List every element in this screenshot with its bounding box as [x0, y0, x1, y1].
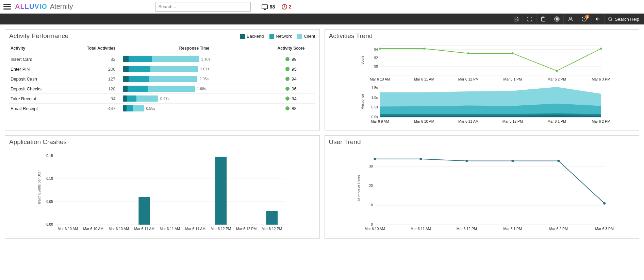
svg-text:0.10: 0.10 [46, 177, 53, 180]
table-header: Response Time [122, 44, 267, 54]
svg-text:0.15: 0.15 [46, 154, 53, 158]
svg-text:30: 30 [369, 164, 373, 168]
response-time-cell: 2.10s [122, 54, 267, 64]
help-badge: 1 [585, 15, 589, 19]
svg-text:Mar 6 12 PM: Mar 6 12 PM [458, 77, 478, 81]
svg-point-2 [569, 17, 571, 19]
gear-icon[interactable] [550, 14, 563, 24]
response-time-cell: 0.58s [122, 104, 267, 113]
svg-point-16 [423, 48, 425, 50]
svg-text:Mar 6 1 PM: Mar 6 1 PM [547, 119, 566, 123]
score-cell: 94 [267, 94, 315, 104]
brand-alluvio: ALLUVIO [15, 3, 47, 11]
svg-text:20: 20 [369, 184, 373, 188]
megaphone-icon[interactable] [591, 14, 604, 24]
table-row[interactable]: Deposit Cash1272.05s94 [9, 74, 315, 84]
user-icon[interactable] [563, 14, 577, 24]
svg-text:Mar 6 11 AM: Mar 6 11 AM [160, 227, 180, 231]
svg-point-15 [379, 48, 381, 50]
chart-users-line: Number of Users0102030Mar 6 10 AMMar 6 1… [329, 148, 635, 233]
dashboard-grid: Activity Performance Backend Network Cli… [0, 24, 644, 243]
response-time-cell: 2.05s [122, 74, 267, 84]
svg-rect-54 [266, 211, 278, 225]
svg-text:Mar 6 3 PM: Mar 6 3 PM [592, 77, 610, 81]
search-help-label: Search Help [615, 17, 639, 22]
hamburger-icon[interactable] [3, 3, 11, 11]
alert-indicator[interactable]: ! 2 [282, 4, 291, 10]
count-cell: 208 [64, 64, 122, 74]
count-cell: 128 [64, 84, 122, 94]
activity-cell: Enter PIN [9, 64, 64, 74]
table-row[interactable]: Insert Card822.10s99 [9, 54, 315, 64]
svg-point-77 [557, 160, 560, 162]
help-icon[interactable]: 1 [577, 14, 591, 24]
legend-item: Backend [240, 34, 264, 39]
legend-item: Network [269, 34, 292, 39]
chart-score-line: Score909294Mar 6 10 AMMar 6 11 AMMar 6 1… [329, 42, 635, 83]
svg-text:92: 92 [374, 56, 378, 60]
score-cell: 96 [267, 84, 315, 94]
table-row[interactable]: Deposit Checks1281.98s96 [9, 84, 315, 94]
brand: ALLUVIO Aternity [15, 3, 73, 11]
panel-user-trend: User Trend Number of Users0102030Mar 6 1… [325, 135, 640, 239]
count-cell: 447 [64, 104, 122, 113]
count-cell: 94 [64, 94, 122, 104]
svg-text:0.05: 0.05 [46, 200, 53, 204]
search-icon [608, 17, 613, 21]
svg-rect-52 [138, 197, 150, 225]
table-row[interactable]: Enter PIN2082.07s95 [9, 64, 315, 74]
panel-title: User Trend [329, 138, 635, 146]
svg-point-17 [467, 52, 469, 54]
svg-text:Mar 6 10 AM: Mar 6 10 AM [364, 227, 385, 231]
activity-cell: Email Receipt [9, 104, 64, 113]
svg-point-19 [556, 70, 558, 72]
panel-activities-trend: Activities Trend Score909294Mar 6 10 AMM… [325, 29, 640, 130]
count-cell: 82 [64, 54, 122, 64]
chart-crashes-bar: Health Events per User0.000.050.100.15Ma… [9, 148, 315, 233]
svg-text:1.0s: 1.0s [371, 96, 378, 100]
svg-text:Mar 6 11 AM: Mar 6 11 AM [134, 227, 154, 231]
legend: Backend Network Client [240, 34, 315, 39]
score-cell: 99 [267, 54, 315, 64]
fullscreen-icon[interactable] [523, 14, 536, 24]
svg-point-5 [609, 17, 612, 20]
svg-text:Mar 6 3 PM: Mar 6 3 PM [595, 227, 613, 231]
svg-point-73 [374, 158, 376, 160]
table-header: Activity [9, 44, 64, 54]
svg-text:Mar 6 2 PM: Mar 6 2 PM [592, 119, 610, 123]
status-indicators: 68 ! 2 [262, 4, 291, 10]
svg-text:Mar 6 2 PM: Mar 6 2 PM [549, 227, 567, 231]
svg-text:0.0s: 0.0s [371, 115, 378, 119]
activity-cell: Deposit Cash [9, 74, 64, 84]
response-time-cell: 0.97s [122, 94, 267, 104]
svg-text:Mar 6 11 AM: Mar 6 11 AM [414, 77, 434, 81]
score-cell: 88 [267, 104, 315, 113]
table-row[interactable]: Take Receipt940.97s94 [9, 94, 315, 104]
chart-response-area: Response0.0s0.5s1.0s1.5sMar 6 9 AMMar 6 … [329, 84, 635, 125]
svg-text:Number of Users: Number of Users [357, 175, 361, 201]
table-header: Activity Score [267, 44, 315, 54]
activity-cell: Deposit Checks [9, 84, 64, 94]
svg-text:0.5s: 0.5s [371, 105, 378, 109]
svg-text:Mar 6 2 PM: Mar 6 2 PM [547, 77, 566, 81]
save-icon[interactable] [509, 14, 523, 24]
svg-rect-53 [215, 157, 227, 225]
svg-text:Mar 6 12 PM: Mar 6 12 PM [236, 227, 257, 231]
svg-point-1 [556, 18, 558, 20]
svg-line-6 [611, 20, 612, 21]
clipboard-icon[interactable] [536, 14, 550, 24]
svg-text:Mar 6 10 AM: Mar 6 10 AM [83, 227, 103, 231]
topbar: ALLUVIO Aternity 68 ! 2 [0, 0, 644, 14]
svg-point-74 [419, 158, 422, 160]
svg-text:Mar 6 1 PM: Mar 6 1 PM [503, 77, 522, 81]
response-time-cell: 1.98s [122, 84, 267, 94]
search-help-button[interactable]: Search Help [604, 14, 643, 24]
search-input[interactable] [155, 2, 251, 12]
response-time-cell: 2.07s [122, 64, 267, 74]
activity-cell: Insert Card [9, 54, 64, 64]
score-cell: 95 [267, 64, 315, 74]
panel-title: Application Crashes [9, 138, 315, 146]
table-row[interactable]: Email Receipt4470.58s88 [9, 104, 315, 113]
svg-text:Score: Score [360, 56, 364, 65]
count-cell: 127 [64, 74, 122, 84]
